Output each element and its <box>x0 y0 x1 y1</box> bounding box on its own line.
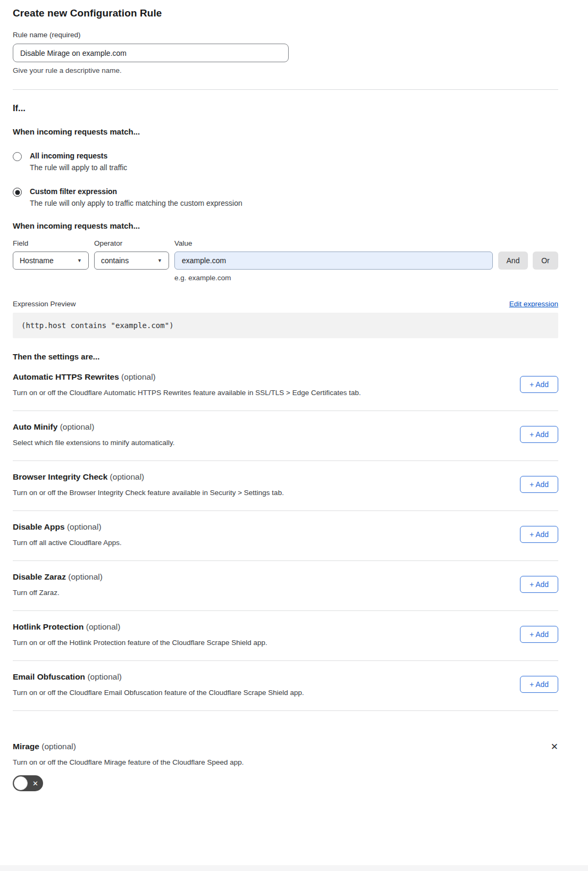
radio-button-checked[interactable] <box>13 188 22 197</box>
setting-title: Browser Integrity Check (optional) <box>13 472 284 482</box>
setting-section-mirage: Mirage (optional) ✕ Turn on or off the C… <box>13 711 558 807</box>
expression-builder-row: Hostname ▼ contains ▼ And Or <box>13 252 558 270</box>
operator-select-value: contains <box>101 256 129 265</box>
edit-expression-link[interactable]: Edit expression <box>509 300 558 308</box>
setting-section-auto-minify: Auto Minify (optional) Select which file… <box>13 411 558 461</box>
setting-description: Turn on or off the Hotlink Protection fe… <box>13 639 267 647</box>
setting-name: Auto Minify <box>13 422 57 431</box>
expression-preview-code: (http.host contains "example.com") <box>13 313 558 338</box>
setting-optional-label: (optional) <box>83 622 120 631</box>
then-settings-heading: Then the settings are... <box>13 352 558 361</box>
rule-name-label: Rule name (required) <box>13 31 558 39</box>
toggle-knob <box>14 776 28 790</box>
setting-title: Auto Minify (optional) <box>13 422 174 432</box>
match-heading-2: When incoming requests match... <box>13 221 558 230</box>
setting-optional-label: (optional) <box>107 472 144 481</box>
radio-label: Custom filter expression <box>30 187 242 196</box>
setting-name: Hotlink Protection <box>13 622 83 631</box>
add-disable-zaraz-button[interactable]: + Add <box>520 576 558 593</box>
setting-optional-label: (optional) <box>57 422 94 431</box>
and-button[interactable]: And <box>498 252 528 270</box>
field-select-value: Hostname <box>20 256 54 265</box>
if-heading: If... <box>13 103 558 113</box>
page-title: Create new Configuration Rule <box>13 7 558 19</box>
setting-name: Browser Integrity Check <box>13 472 107 481</box>
add-automatic-https-rewrites-button[interactable]: + Add <box>520 376 558 393</box>
add-browser-integrity-check-button[interactable]: + Add <box>520 476 558 493</box>
operator-label: Operator <box>94 239 174 247</box>
setting-description: Turn on or off the Cloudflare Mirage fea… <box>13 758 558 766</box>
setting-section-browser-integrity-check: Browser Integrity Check (optional) Turn … <box>13 461 558 511</box>
setting-name: Disable Apps <box>13 522 65 531</box>
radio-description: The rule will apply to all traffic <box>30 163 127 172</box>
match-heading-1: When incoming requests match... <box>13 127 558 136</box>
add-disable-apps-button[interactable]: + Add <box>520 526 558 543</box>
setting-name: Automatic HTTPS Rewrites <box>13 372 119 381</box>
setting-title: Automatic HTTPS Rewrites (optional) <box>13 372 361 382</box>
setting-section-hotlink-protection: Hotlink Protection (optional) Turn on or… <box>13 611 558 661</box>
radio-label: All incoming requests <box>30 152 127 160</box>
value-input[interactable] <box>174 252 493 270</box>
setting-optional-label: (optional) <box>85 672 122 681</box>
toggle-off-x-icon: ✕ <box>32 780 38 788</box>
chevron-down-icon: ▼ <box>77 258 82 263</box>
expression-preview-header: Expression Preview Edit expression <box>13 300 558 308</box>
setting-optional-label: (optional) <box>39 742 76 751</box>
setting-description: Turn on or off the Cloudflare Email Obfu… <box>13 689 304 697</box>
setting-description: Turn on or off the Browser Integrity Che… <box>13 489 284 497</box>
setting-description: Turn off Zaraz. <box>13 589 103 597</box>
or-button[interactable]: Or <box>533 252 558 270</box>
setting-name: Email Obfuscation <box>13 672 85 681</box>
add-auto-minify-button[interactable]: + Add <box>520 426 558 443</box>
expression-builder-labels: Field Operator Value <box>13 239 558 247</box>
setting-description: Turn off all active Cloudflare Apps. <box>13 539 122 547</box>
radio-description: The rule will only apply to traffic matc… <box>30 199 242 207</box>
rule-name-input[interactable] <box>13 44 289 62</box>
setting-section-disable-zaraz: Disable Zaraz (optional) Turn off Zaraz.… <box>13 561 558 611</box>
setting-description: Select which file extensions to minify a… <box>13 439 174 447</box>
close-icon[interactable]: ✕ <box>551 742 558 751</box>
section-divider <box>13 89 558 90</box>
add-email-obfuscation-button[interactable]: + Add <box>520 676 558 693</box>
chevron-down-icon: ▼ <box>157 258 162 263</box>
setting-title: Hotlink Protection (optional) <box>13 622 267 632</box>
setting-description: Turn on or off the Cloudflare Automatic … <box>13 389 361 397</box>
rule-name-help: Give your rule a descriptive name. <box>13 66 558 74</box>
radio-option-all-incoming-requests[interactable]: All incoming requests The rule will appl… <box>13 152 558 172</box>
radio-option-custom-filter-expression[interactable]: Custom filter expression The rule will o… <box>13 187 558 207</box>
setting-name: Mirage <box>13 742 39 751</box>
value-help-text: e.g. example.com <box>174 274 558 282</box>
setting-optional-label: (optional) <box>119 372 156 381</box>
mirage-toggle[interactable]: ✕ <box>13 775 43 791</box>
setting-name: Disable Zaraz <box>13 572 66 581</box>
setting-optional-label: (optional) <box>65 522 102 531</box>
add-hotlink-protection-button[interactable]: + Add <box>520 626 558 643</box>
radio-button-unchecked[interactable] <box>13 152 22 161</box>
field-label: Field <box>13 239 94 247</box>
value-label: Value <box>174 239 192 247</box>
bottom-strip <box>0 865 588 871</box>
field-select[interactable]: Hostname ▼ <box>13 252 89 270</box>
setting-title: Email Obfuscation (optional) <box>13 672 304 682</box>
create-configuration-rule-form: Create new Configuration Rule Rule name … <box>0 0 588 807</box>
operator-select[interactable]: contains ▼ <box>94 252 169 270</box>
setting-optional-label: (optional) <box>66 572 103 581</box>
setting-title: Disable Apps (optional) <box>13 522 122 532</box>
setting-title: Mirage (optional) <box>13 742 76 751</box>
expression-preview-label: Expression Preview <box>13 300 76 308</box>
setting-section-disable-apps: Disable Apps (optional) Turn off all act… <box>13 511 558 561</box>
setting-section-email-obfuscation: Email Obfuscation (optional) Turn on or … <box>13 661 558 711</box>
setting-section-automatic-https-rewrites: Automatic HTTPS Rewrites (optional) Turn… <box>13 361 558 411</box>
setting-title: Disable Zaraz (optional) <box>13 572 103 582</box>
